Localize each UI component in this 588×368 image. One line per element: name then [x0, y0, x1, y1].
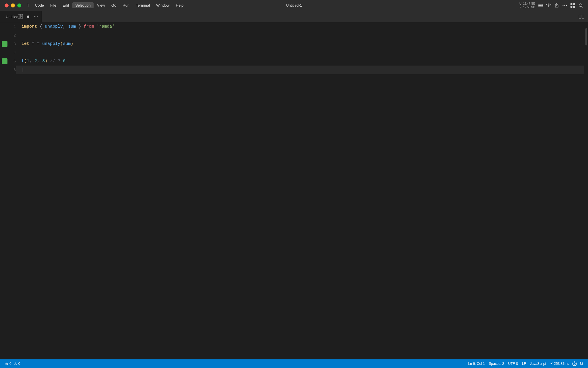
token-result-6: 6: [63, 57, 65, 66]
menu-go[interactable]: Go: [109, 2, 119, 8]
token-space12: [47, 57, 50, 66]
line-number-5: 5: [9, 59, 16, 64]
line-number-2: 2: [9, 33, 16, 38]
warning-icon: ⚠: [14, 362, 17, 366]
split-editor-button[interactable]: [17, 14, 24, 20]
menu-run[interactable]: Run: [120, 2, 132, 8]
warning-count-value: 0: [18, 362, 20, 366]
error-count-value: 0: [9, 362, 11, 366]
tab-actions: [17, 14, 39, 20]
token-1: 1: [27, 57, 29, 66]
token-space13: [55, 57, 58, 66]
bell-icon[interactable]: [578, 361, 585, 367]
close-button[interactable]: [5, 3, 9, 7]
language-label: JavaScript: [530, 362, 546, 366]
svg-point-3: [563, 5, 564, 6]
encoding[interactable]: UTF-8: [506, 361, 520, 366]
svg-point-21: [574, 365, 575, 365]
more-icon[interactable]: [562, 3, 567, 8]
error-count[interactable]: ⊗ 0 ⚠ 0: [3, 361, 22, 367]
svg-rect-18: [579, 15, 581, 19]
token-brace-open: {: [40, 22, 42, 31]
token-space3: [65, 22, 68, 31]
titlebar:  Code File Edit Selection View Go Run T…: [0, 0, 588, 11]
run-indicator-1: [2, 24, 7, 30]
line-number-4: 4: [9, 51, 16, 55]
titlebar-left:  Code File Edit Selection View Go Run T…: [5, 2, 186, 8]
cursor-position[interactable]: Ln 6, Col 1: [466, 361, 486, 366]
menu-terminal[interactable]: Terminal: [133, 2, 153, 8]
token-space6: [94, 22, 96, 31]
empty-line-2: [22, 31, 24, 40]
traffic-lights: [5, 3, 21, 7]
token-comment: //: [50, 57, 55, 66]
wifi-icon: [546, 3, 551, 8]
token-let: let: [22, 40, 29, 48]
share-icon: [554, 3, 559, 8]
token-call-open: (: [24, 57, 27, 66]
language-mode[interactable]: JavaScript: [528, 361, 548, 366]
run-indicator-3[interactable]: [2, 41, 7, 47]
gutter-line-2: 2: [0, 31, 16, 40]
token-f-call: f: [22, 57, 24, 66]
menu-help[interactable]: Help: [173, 2, 186, 8]
code-line-1: import { unapply , sum } from 'ramda': [16, 22, 584, 31]
code-line-4: [16, 48, 584, 57]
apple-logo-icon: : [27, 3, 29, 8]
token-equals: =: [37, 40, 40, 48]
status-bar-left: ⊗ 0 ⚠ 0: [3, 361, 22, 367]
indentation[interactable]: Spaces: 2: [487, 361, 506, 366]
run-indicator-6: [2, 67, 7, 73]
code-line-2: [16, 31, 584, 40]
gutter-line-5: 5: [0, 57, 16, 66]
token-space10: [32, 57, 34, 66]
position-label: Ln 6, Col 1: [468, 362, 485, 366]
token-space4: [76, 22, 78, 31]
svg-point-15: [34, 16, 34, 17]
run-indicator-5[interactable]: [2, 58, 7, 64]
menu-code[interactable]: Code: [32, 2, 47, 8]
menu-view[interactable]: View: [94, 2, 108, 8]
token-space11: [40, 57, 42, 66]
split-view-icon[interactable]: [578, 14, 585, 20]
feedback-icon[interactable]: [571, 361, 578, 367]
line-gutter: 1 2 3 4 5 6: [0, 22, 16, 359]
scrollbar-track[interactable]: [584, 22, 588, 359]
code-editor[interactable]: import { unapply , sum } from 'ramda' le…: [16, 22, 584, 359]
error-icon: ⊗: [5, 362, 8, 366]
token-brace-close: }: [78, 22, 81, 31]
control-center-icon[interactable]: [570, 3, 575, 8]
gutter-line-4: 4: [0, 48, 16, 57]
menu-edit[interactable]: Edit: [60, 2, 72, 8]
run-indicator-2: [2, 32, 7, 38]
minimize-button[interactable]: [11, 3, 15, 7]
menu-file[interactable]: File: [47, 2, 59, 8]
maximize-button[interactable]: [17, 3, 21, 7]
scrollbar-thumb[interactable]: [585, 28, 587, 45]
spotlight-icon[interactable]: [578, 3, 583, 8]
line-ending[interactable]: LF: [520, 361, 528, 366]
menu-window[interactable]: Window: [153, 2, 172, 8]
token-comma3: ,: [37, 57, 40, 66]
menu-selection[interactable]: Selection: [72, 2, 93, 8]
code-line-6: |: [16, 66, 584, 74]
token-question: ?: [58, 57, 60, 66]
gutter-line-1: 1: [0, 22, 16, 31]
svg-rect-9: [573, 6, 575, 8]
token-sum: sum: [68, 22, 76, 31]
spaces-label: Spaces: 2: [489, 362, 504, 366]
token-paren-open: (: [60, 40, 63, 48]
svg-rect-7: [573, 3, 575, 5]
mem-free: F: 12.53 GB: [520, 5, 535, 9]
more-tab-button[interactable]: [33, 14, 39, 20]
gutter-line-6: 6: [0, 66, 16, 74]
tab-unsaved-dot: [27, 16, 29, 18]
token-space2: [42, 22, 45, 31]
svg-point-17: [37, 16, 37, 17]
svg-rect-8: [570, 6, 572, 8]
editor-tab[interactable]: Untitled-1: [0, 11, 42, 22]
token-space7: [29, 40, 32, 48]
token-space8: [34, 40, 37, 48]
empty-line-4: [22, 48, 24, 57]
timing[interactable]: ✔ 253.87ms: [548, 361, 571, 366]
